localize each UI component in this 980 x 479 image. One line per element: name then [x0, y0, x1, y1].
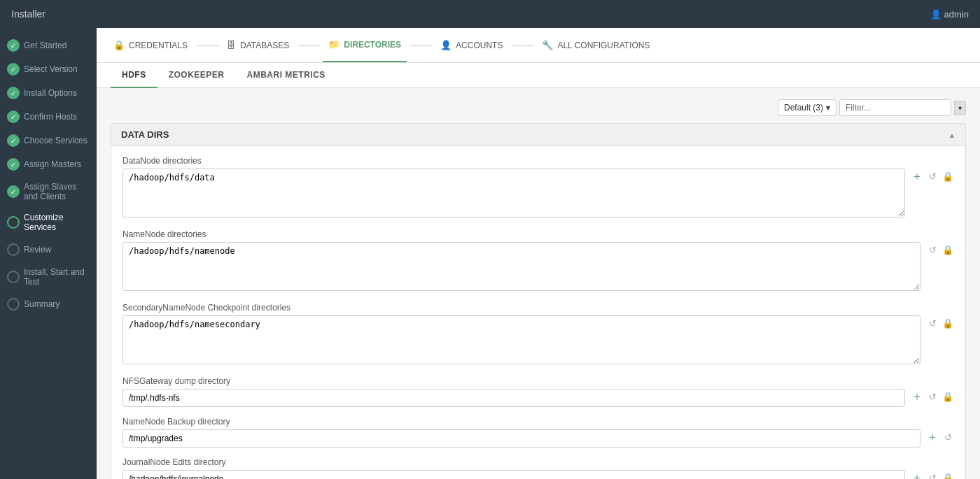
- lock-nfsgateway-btn[interactable]: 🔒: [941, 390, 954, 403]
- sidebar-item-confirm-hosts[interactable]: ✓Confirm Hosts: [0, 105, 97, 129]
- step-nav-label-databases: DATABASES: [240, 41, 289, 50]
- tab-ambari-metrics[interactable]: AMBARI METRICS: [236, 63, 337, 88]
- input-nfsgateway-dir[interactable]: [122, 389, 905, 407]
- input-datanode-dirs[interactable]: [122, 169, 905, 217]
- add-namenode-backup-btn[interactable]: ＋: [926, 431, 939, 443]
- field-row-journalnode: JournalNode Edits directory ＋ ↺ 🔒: [122, 457, 954, 479]
- field-main-secondary-namenode: SecondaryNameNode Checkpoint directories: [122, 303, 920, 366]
- sidebar-item-get-started[interactable]: ✓Get Started: [0, 34, 97, 57]
- sidebar-label-get-started: Get Started: [24, 41, 66, 50]
- steps-separator-2: ——: [295, 39, 323, 52]
- sidebar-label-customize-services: Customize Services: [24, 213, 90, 232]
- step-nav-databases[interactable]: 🗄DATABASES: [221, 28, 295, 62]
- steps-separator-4: ——: [508, 39, 536, 52]
- step-circle-get-started: ✓: [7, 39, 20, 52]
- field-row-namenode-backup: NameNode Backup directory ＋ ↺: [122, 417, 954, 448]
- input-namenode-dirs[interactable]: [122, 242, 920, 291]
- sidebar-label-confirm-hosts: Confirm Hosts: [24, 112, 77, 122]
- step-circle-choose-services: ✓: [7, 134, 20, 147]
- field-row-datanode: DataNode directories ＋ ↺ 🔒: [122, 156, 954, 220]
- lock-secondary-namenode-btn[interactable]: 🔒: [941, 317, 954, 329]
- data-dirs-header[interactable]: DATA DIRS: [111, 124, 965, 146]
- label-namenode-backup-dir: NameNode Backup directory: [122, 417, 920, 427]
- sidebar-item-assign-slaves[interactable]: ✓Assign Slaves and Clients: [0, 176, 97, 207]
- sidebar-item-customize-services[interactable]: Customize Services: [0, 207, 97, 238]
- sidebar-item-select-version[interactable]: ✓Select Version: [0, 57, 97, 81]
- input-namenode-backup-dir[interactable]: [122, 429, 920, 448]
- data-dirs-title: DATA DIRS: [121, 129, 169, 140]
- field-main-journalnode: JournalNode Edits directory: [122, 457, 905, 479]
- add-journalnode-btn[interactable]: ＋: [911, 471, 923, 479]
- reset-namenode-backup-btn[interactable]: ↺: [941, 431, 954, 443]
- lock-journalnode-btn[interactable]: 🔒: [941, 471, 954, 479]
- main-content: 🔒CREDENTIALS——🗄DATABASES——📁DIRECTORIES——…: [97, 28, 980, 479]
- step-nav-credentials[interactable]: 🔒CREDENTIALS: [108, 28, 193, 62]
- lock-datanode-btn[interactable]: 🔒: [941, 170, 954, 183]
- step-circle-customize-services: [7, 216, 20, 229]
- sidebar-label-install-start: Install, Start and Test: [24, 267, 90, 287]
- label-nfsgateway-dir: NFSGateway dump directory: [122, 376, 905, 386]
- sidebar-item-choose-services[interactable]: ✓Choose Services: [0, 129, 97, 152]
- step-circle-install-start: [7, 271, 20, 283]
- actions-namenode: ↺ 🔒: [926, 229, 954, 256]
- sidebar-item-summary[interactable]: Summary: [0, 292, 97, 316]
- step-circle-review: [7, 243, 20, 256]
- filter-caret-btn[interactable]: ▾: [954, 101, 966, 115]
- actions-namenode-backup: ＋ ↺: [926, 417, 954, 443]
- actions-nfsgateway: ＋ ↺ 🔒: [911, 376, 954, 403]
- reset-secondary-namenode-btn[interactable]: ↺: [926, 317, 939, 329]
- field-main-namenode: NameNode directories: [122, 229, 920, 293]
- input-secondary-namenode-dirs[interactable]: [122, 315, 920, 364]
- actions-journalnode: ＋ ↺ 🔒: [911, 457, 954, 479]
- field-main-namenode-backup: NameNode Backup directory: [122, 417, 920, 448]
- filter-input[interactable]: [839, 99, 951, 116]
- step-nav-directories[interactable]: 📁DIRECTORIES: [323, 28, 407, 62]
- field-main-nfsgateway: NFSGateway dump directory: [122, 376, 905, 407]
- sidebar-label-select-version: Select Version: [24, 64, 78, 74]
- sidebar-item-install-start[interactable]: Install, Start and Test: [0, 262, 97, 292]
- step-nav-label-directories: DIRECTORIES: [344, 40, 401, 50]
- field-main-datanode: DataNode directories: [122, 156, 905, 220]
- step-nav-icon-directories: 📁: [328, 39, 340, 50]
- input-journalnode-edits-dir[interactable]: [122, 470, 905, 479]
- page-body: Default (3) ▾ ▾ DATA DIRS DataNode direc…: [97, 88, 980, 479]
- step-nav-icon-all-configurations: 🔧: [542, 40, 553, 50]
- reset-datanode-btn[interactable]: ↺: [926, 170, 939, 183]
- reset-nfsgateway-btn[interactable]: ↺: [926, 390, 939, 403]
- sidebar-item-review[interactable]: Review: [0, 238, 97, 262]
- filter-dropdown-label: Default (3): [784, 103, 823, 113]
- reset-journalnode-btn[interactable]: ↺: [926, 471, 939, 479]
- top-bar: Installer admin: [0, 0, 980, 28]
- reset-namenode-btn[interactable]: ↺: [926, 243, 939, 256]
- tab-nav: HDFSZOOKEEPERAMBARI METRICS: [97, 63, 980, 88]
- data-dirs-section: DATA DIRS DataNode directories ＋ ↺ 🔒: [111, 123, 966, 479]
- default-filter-dropdown[interactable]: Default (3) ▾: [778, 99, 836, 116]
- step-circle-assign-masters: ✓: [7, 158, 20, 171]
- steps-separator-1: ——: [193, 39, 221, 52]
- sidebar-label-review: Review: [24, 245, 51, 255]
- tab-hdfs[interactable]: HDFS: [111, 63, 158, 88]
- sidebar-item-install-options[interactable]: ✓Install Options: [0, 81, 97, 105]
- step-nav-icon-credentials: 🔒: [113, 40, 125, 50]
- step-nav-icon-accounts: 👤: [440, 40, 451, 50]
- sidebar-label-choose-services: Choose Services: [24, 136, 88, 145]
- steps-nav: 🔒CREDENTIALS——🗄DATABASES——📁DIRECTORIES——…: [97, 28, 980, 63]
- sidebar-label-assign-masters: Assign Masters: [24, 159, 81, 169]
- step-nav-icon-databases: 🗄: [227, 40, 236, 50]
- add-nfsgateway-btn[interactable]: ＋: [911, 390, 923, 403]
- sidebar-item-assign-masters[interactable]: ✓Assign Masters: [0, 152, 97, 176]
- add-datanode-btn[interactable]: ＋: [911, 170, 923, 183]
- field-row-secondary-namenode: SecondaryNameNode Checkpoint directories…: [122, 303, 954, 366]
- field-row-nfsgateway: NFSGateway dump directory ＋ ↺ 🔒: [122, 376, 954, 407]
- step-nav-all-configurations[interactable]: 🔧ALL CONFIGURATIONS: [536, 28, 655, 62]
- step-circle-assign-slaves: ✓: [7, 185, 20, 198]
- lock-namenode-btn[interactable]: 🔒: [941, 243, 954, 256]
- label-journalnode-edits-dir: JournalNode Edits directory: [122, 457, 905, 467]
- user-menu[interactable]: admin: [930, 9, 969, 20]
- step-circle-summary: [7, 298, 20, 310]
- label-secondary-namenode-dirs: SecondaryNameNode Checkpoint directories: [122, 303, 920, 313]
- sidebar-label-assign-slaves: Assign Slaves and Clients: [24, 182, 90, 201]
- tab-zookeeper[interactable]: ZOOKEEPER: [158, 63, 236, 88]
- actions-secondary-namenode: ↺ 🔒: [926, 303, 954, 329]
- step-nav-accounts[interactable]: 👤ACCOUNTS: [435, 28, 508, 62]
